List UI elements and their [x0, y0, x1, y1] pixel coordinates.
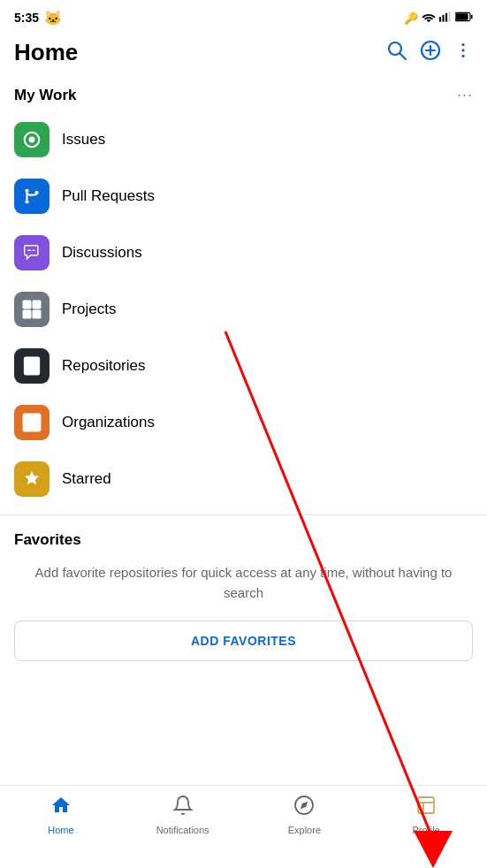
svg-rect-0	[439, 17, 441, 22]
battery-icon	[455, 10, 473, 26]
svg-rect-5	[456, 13, 468, 20]
nav-notifications[interactable]: Notifications	[122, 795, 244, 835]
organizations-item[interactable]: Organizations	[0, 394, 487, 451]
notifications-nav-icon	[172, 795, 194, 821]
nav-home[interactable]: Home	[0, 795, 122, 835]
svg-rect-1	[443, 15, 445, 22]
issues-icon	[14, 122, 49, 157]
svg-rect-3	[449, 11, 451, 21]
more-button[interactable]	[453, 41, 473, 65]
discussions-icon	[14, 235, 49, 270]
page-header: Home	[0, 32, 487, 77]
pull-requests-icon	[14, 179, 49, 214]
discussions-item[interactable]: Discussions	[0, 225, 487, 281]
explore-nav-icon	[293, 795, 315, 821]
home-nav-icon	[50, 795, 72, 821]
svg-rect-22	[33, 301, 40, 308]
organizations-icon	[14, 405, 49, 440]
projects-label: Projects	[62, 301, 116, 318]
projects-item[interactable]: Projects	[0, 281, 487, 338]
favorites-description: Add favorite repositories for quick acce…	[14, 563, 473, 603]
discussions-label: Discussions	[62, 244, 142, 262]
svg-point-18	[25, 200, 28, 203]
search-button[interactable]	[386, 40, 407, 66]
signal-icon	[439, 10, 452, 26]
status-icons: 🔑	[404, 10, 473, 26]
my-work-more-button[interactable]: ···	[457, 86, 473, 104]
nav-explore[interactable]: Explore	[244, 795, 366, 835]
svg-point-14	[461, 54, 464, 57]
page-title: Home	[14, 39, 78, 66]
starred-label: Starred	[62, 470, 111, 488]
svg-rect-2	[445, 13, 447, 22]
svg-point-13	[461, 49, 464, 51]
wifi-icon	[422, 10, 436, 26]
time-display: 5:35	[14, 11, 39, 25]
organizations-label: Organizations	[62, 414, 155, 431]
my-work-header: My Work ···	[0, 77, 487, 111]
svg-rect-29	[23, 414, 40, 430]
svg-point-12	[461, 42, 464, 45]
svg-rect-24	[33, 310, 40, 317]
svg-point-17	[25, 189, 28, 193]
svg-rect-21	[23, 301, 30, 308]
starred-item[interactable]: Starred	[0, 451, 487, 507]
explore-nav-label: Explore	[288, 825, 321, 835]
profile-nav-icon	[415, 795, 437, 821]
repositories-icon	[14, 348, 49, 384]
section-divider	[0, 514, 487, 515]
key-icon: 🔑	[404, 11, 418, 25]
my-work-title: My Work	[14, 87, 77, 104]
favorites-section: Favorites Add favorite repositories for …	[0, 522, 487, 668]
notifications-nav-label: Notifications	[156, 825, 209, 835]
svg-rect-23	[23, 310, 30, 317]
status-time: 5:35 🐱	[14, 10, 62, 27]
pull-requests-item[interactable]: Pull Requests	[0, 168, 487, 225]
repositories-label: Repositories	[62, 357, 146, 375]
pull-requests-label: Pull Requests	[62, 187, 155, 205]
issues-label: Issues	[62, 131, 105, 148]
svg-marker-34	[301, 802, 308, 809]
profile-nav-label: Profile	[413, 825, 440, 835]
favorites-title: Favorites	[14, 531, 473, 549]
cat-icon: 🐱	[44, 10, 62, 27]
issues-item[interactable]: Issues	[0, 111, 487, 168]
svg-rect-6	[471, 15, 473, 19]
svg-rect-35	[418, 797, 434, 813]
home-nav-label: Home	[48, 825, 73, 835]
nav-profile[interactable]: Profile	[365, 795, 487, 835]
add-favorites-button[interactable]: ADD FAVORITES	[14, 621, 473, 661]
repositories-item[interactable]: Repositories	[0, 338, 487, 394]
projects-icon	[14, 292, 49, 327]
bottom-navigation: Home Notifications Explore	[0, 785, 487, 868]
starred-icon	[14, 461, 49, 497]
status-bar: 5:35 🐱 🔑	[0, 0, 487, 32]
svg-line-8	[400, 53, 407, 59]
add-button[interactable]	[420, 40, 441, 66]
svg-point-16	[29, 137, 35, 143]
header-actions	[386, 40, 473, 66]
